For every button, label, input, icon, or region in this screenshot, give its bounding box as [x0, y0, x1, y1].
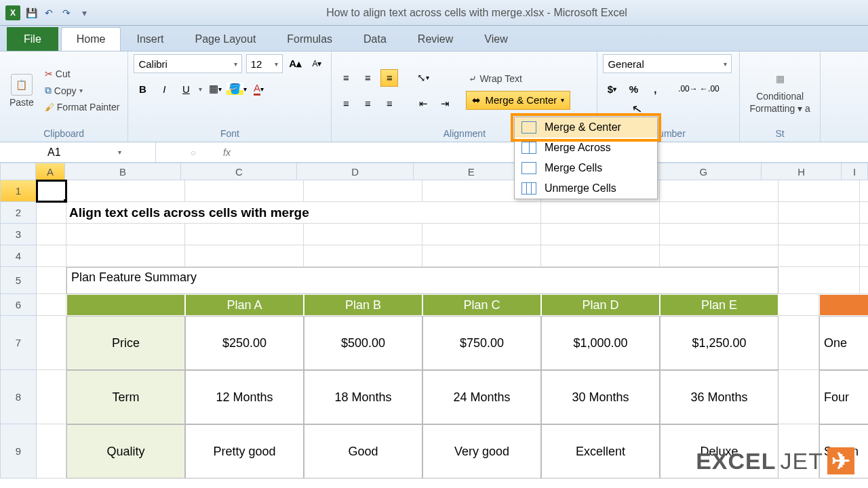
copy-button[interactable]: ⧉Copy▾ [42, 83, 123, 98]
orange-header[interactable] [819, 294, 868, 316]
number-format-combo[interactable]: General▾ [603, 54, 732, 73]
row-header[interactable]: 6 [0, 294, 37, 316]
merge-across-item[interactable]: Merge Across [515, 138, 657, 158]
plan-cell[interactable]: 18 Months [304, 370, 422, 424]
cell[interactable] [660, 202, 778, 224]
qat-dropdown-icon[interactable]: ▾ [77, 6, 91, 20]
cell[interactable] [37, 224, 66, 245]
plan-cell[interactable]: $750.00 [422, 316, 541, 370]
format-painter-button[interactable]: 🖌Format Painter [42, 100, 123, 114]
plan-cell[interactable]: 30 Months [541, 370, 660, 424]
plan-header[interactable]: Plan E [660, 294, 778, 316]
tab-data[interactable]: Data [348, 27, 402, 51]
cell[interactable] [422, 245, 541, 267]
align-bottom-icon[interactable]: ≡ [380, 69, 398, 87]
cell[interactable] [37, 316, 66, 370]
comma-icon[interactable]: , [646, 80, 664, 98]
align-center-icon[interactable]: ≡ [359, 95, 376, 113]
plan-header[interactable]: Plan D [541, 294, 660, 316]
row-header[interactable]: 4 [0, 245, 37, 267]
cell[interactable] [778, 180, 860, 202]
cell[interactable] [304, 180, 422, 202]
column-header[interactable]: D [297, 163, 413, 180]
plan-cell[interactable]: 36 Months [660, 370, 778, 424]
cell[interactable] [37, 245, 66, 267]
column-header[interactable]: C [181, 163, 297, 180]
align-top-icon[interactable]: ≡ [337, 69, 355, 87]
plan-cell[interactable]: $250.00 [185, 316, 304, 370]
percent-icon[interactable]: % [625, 80, 642, 98]
plan-title[interactable]: Plan Feature Summary [66, 267, 778, 294]
save-icon[interactable]: 💾 [24, 6, 38, 20]
borders-button[interactable]: ▦▾ [206, 80, 224, 98]
plan-cell[interactable]: Excellent [541, 424, 660, 479]
plan-cell[interactable]: One [819, 316, 868, 370]
row-header[interactable]: 1 [0, 180, 37, 202]
paste-button[interactable]: 📋 Paste [5, 71, 38, 110]
plan-cell[interactable]: $1,250.00 [660, 316, 778, 370]
cell[interactable] [66, 180, 185, 202]
cell[interactable] [304, 245, 422, 267]
cut-button[interactable]: ✂Cut [42, 67, 123, 81]
increase-indent-icon[interactable]: ⇥ [436, 95, 454, 113]
plan-header[interactable]: Plan A [185, 294, 304, 316]
cell[interactable] [37, 180, 66, 202]
unmerge-cells-item[interactable]: Unmerge Cells [515, 178, 657, 199]
column-header[interactable]: E [414, 163, 530, 180]
align-left-icon[interactable]: ≡ [337, 95, 355, 113]
cell[interactable] [860, 180, 868, 202]
tab-page-layout[interactable]: Page Layout [179, 27, 271, 51]
merge-and-center-item[interactable]: Merge & Center [515, 117, 657, 138]
cell[interactable]: Align text cells across cells with merge [66, 202, 541, 224]
font-name-combo[interactable]: Calibri▾ [134, 54, 241, 73]
decrease-decimal-icon[interactable]: ←.00 [701, 80, 718, 98]
cell[interactable] [860, 267, 868, 294]
column-header[interactable]: I [842, 163, 868, 180]
cell[interactable] [37, 267, 66, 294]
merge-cells-item[interactable]: Merge Cells [515, 158, 657, 178]
plan-cell[interactable]: $500.00 [304, 316, 422, 370]
plan-header[interactable]: Plan C [422, 294, 541, 316]
name-box[interactable]: A1▾ [0, 142, 156, 162]
cell[interactable] [778, 224, 860, 245]
shrink-font-icon[interactable]: A▾ [309, 55, 326, 73]
plan-cell[interactable]: 24 Months [422, 370, 541, 424]
cell[interactable] [778, 316, 819, 370]
plan-cell[interactable]: Very good [422, 424, 541, 479]
cell[interactable] [422, 224, 541, 245]
plan-row-label[interactable]: Price [66, 316, 185, 370]
column-header[interactable]: H [762, 163, 841, 180]
cell[interactable] [660, 245, 778, 267]
row-header[interactable]: 3 [0, 224, 37, 245]
font-color-button[interactable]: A▾ [250, 80, 267, 98]
undo-icon[interactable]: ↶ [42, 6, 56, 20]
cell[interactable] [860, 224, 868, 245]
row-header[interactable]: 9 [0, 424, 37, 479]
cell[interactable] [541, 245, 660, 267]
cell[interactable] [185, 180, 304, 202]
bold-button[interactable]: B [134, 80, 151, 98]
cell[interactable] [185, 224, 304, 245]
cell[interactable] [66, 224, 185, 245]
plan-cell[interactable]: Four [819, 370, 868, 424]
cell[interactable] [860, 202, 868, 224]
row-header[interactable]: 5 [0, 267, 37, 294]
orientation-icon[interactable]: ⤡▾ [414, 69, 432, 87]
plan-cell[interactable]: Good [304, 424, 422, 479]
row-header[interactable]: 8 [0, 370, 37, 424]
align-right-icon[interactable]: ≡ [380, 95, 398, 113]
wrap-text-button[interactable]: ⤶Wrap Text [466, 72, 570, 85]
fill-color-button[interactable]: 🪣▾ [228, 80, 245, 98]
column-header[interactable]: B [65, 163, 181, 180]
column-header[interactable]: A [36, 163, 65, 180]
merge-center-button[interactable]: ⬌Merge & Center▾ [466, 91, 570, 110]
grow-font-icon[interactable]: A▴ [287, 55, 304, 73]
align-middle-icon[interactable]: ≡ [359, 69, 376, 87]
cell[interactable] [541, 202, 660, 224]
cell[interactable] [660, 180, 778, 202]
cell[interactable] [66, 245, 185, 267]
plan-row-label[interactable]: Quality [66, 424, 185, 479]
plan-header[interactable] [66, 294, 185, 316]
italic-button[interactable]: I [155, 80, 173, 98]
redo-icon[interactable]: ↷ [60, 6, 73, 20]
